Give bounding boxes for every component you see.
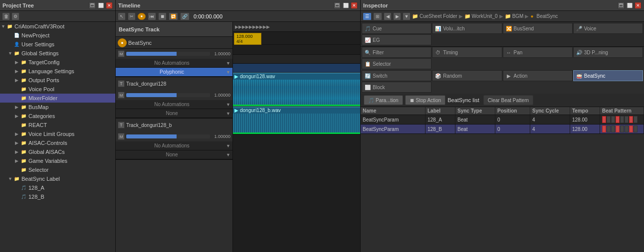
tree-item-outputports[interactable]: ▶ 📁 Output Ports xyxy=(0,76,115,85)
folder-icon-ls: 📁 xyxy=(20,68,27,75)
tree-item-gamevariables[interactable]: ▶ 📁 Game Variables xyxy=(0,156,115,165)
tab-eg-label: EG xyxy=(373,37,380,43)
beat-dot xyxy=(620,116,624,123)
close-icon[interactable]: ✕ xyxy=(106,2,113,9)
tl-maximize-icon[interactable]: ⬜ xyxy=(342,2,349,9)
tree-item-beatsynclabel[interactable]: ▼ 📁 BeatSync Label xyxy=(0,174,115,183)
volume-slider-128b[interactable] xyxy=(126,134,210,138)
tab-selector[interactable]: 📋 Selector xyxy=(362,58,431,69)
link-button[interactable]: 🔗 xyxy=(180,12,190,20)
inspector-list-view-button[interactable]: ☰ xyxy=(363,12,372,20)
tab-action[interactable]: ▶ Action xyxy=(503,70,573,81)
para-action-button[interactable]: 🎵 Para...tion xyxy=(364,95,403,105)
settings-button[interactable]: ⚙ xyxy=(11,12,19,20)
tree-item-globalaisacs[interactable]: ▶ 📁 Global AISACs xyxy=(0,147,115,156)
audio-waveform-row-a: ▶ donguri128.wav xyxy=(233,73,360,107)
rewind-button[interactable]: ⏮ xyxy=(148,12,156,20)
tab-random[interactable]: 🎲 Random xyxy=(432,70,502,81)
tree-item-selector[interactable]: 📁 Selector xyxy=(0,165,115,174)
volume-slider-128a[interactable] xyxy=(126,93,210,97)
cell-position-0: 0 xyxy=(495,115,530,124)
folder-icon-gs: 📁 xyxy=(13,50,20,57)
inspector-header: Inspector 🗔 ⬜ ✕ xyxy=(361,0,644,11)
tab-filter[interactable]: 🔍 Filter xyxy=(362,47,431,58)
insp-nav-forward-button[interactable]: ▶ xyxy=(393,12,401,20)
tree-item-busmap[interactable]: ▶ 📁 BusMap xyxy=(0,103,115,112)
tab-bussend[interactable]: 🔀 BusSend xyxy=(503,23,573,34)
tab-voice[interactable]: 🎤 Voice xyxy=(573,23,643,34)
beatsync-m-button[interactable]: M xyxy=(118,50,125,57)
tree-item-voicelimit[interactable]: ▶ 📁 Voice Limit Groups xyxy=(0,129,115,138)
maximize-icon[interactable]: ⬜ xyxy=(97,2,104,9)
tab-cue[interactable]: 🎵 Cue xyxy=(362,23,431,34)
audio-icon-128b: 🎵 xyxy=(20,193,27,200)
tab-timing[interactable]: ⏱ Timing xyxy=(432,47,502,58)
beatsync-volume-slider[interactable] xyxy=(126,52,210,56)
tab-beatsync[interactable]: 🥁 BeatSync xyxy=(573,70,643,81)
audio-label-a: ▶ donguri128.wav xyxy=(233,73,360,80)
tree-label-128b: 128_B xyxy=(28,194,44,200)
tab-eg[interactable]: 📈 EG xyxy=(362,34,431,45)
tab-switch[interactable]: 🔄 Switch xyxy=(362,70,431,81)
tree-arrow-root: ▼ xyxy=(1,24,6,29)
filter-tab-icon: 🔍 xyxy=(364,49,371,56)
tab-pan[interactable]: ↔ Pan xyxy=(503,47,573,58)
tree-item-aisaccontrols[interactable]: ▶ 📁 AISAC-Controls xyxy=(0,138,115,147)
tree-item-usersettings[interactable]: 👤 User Settings xyxy=(0,40,115,49)
polyphonic-row: Polyphonic ▼ xyxy=(116,68,232,77)
tab-block[interactable]: ⬜ Block xyxy=(362,82,431,93)
tree-item-voicepool[interactable]: 📁 Voice Pool xyxy=(0,85,115,94)
stop-button[interactable]: ⏹ xyxy=(158,12,167,20)
tl-minimize-icon[interactable]: 🗔 xyxy=(334,2,341,9)
tree-label-root: CriAtomCraftV3Root xyxy=(14,23,64,29)
loop-button[interactable]: 🔁 xyxy=(169,12,178,20)
tree-item-128a[interactable]: 🎵 128_A xyxy=(0,183,115,192)
tree-item-react[interactable]: 📁 REACT xyxy=(0,121,115,129)
insp-nav-dropdown-button[interactable]: ▼ xyxy=(403,12,411,20)
play-button[interactable]: ● xyxy=(138,13,146,20)
breadcrumb-folder-icon2: 📁 xyxy=(464,13,470,19)
edit-tool-button[interactable]: ✂ xyxy=(128,12,136,20)
inspector-grid-view-button[interactable]: ⊞ xyxy=(373,12,382,20)
folder-icon-vlg: 📁 xyxy=(20,130,27,137)
stop-action-button[interactable]: ⏹ Stop Action xyxy=(405,95,446,105)
beat-dot xyxy=(616,116,620,123)
insp-minimize-icon[interactable]: 🗔 xyxy=(618,2,625,9)
tree-item-newproject[interactable]: 📄 NewProject xyxy=(0,31,115,40)
user-icon: 👤 xyxy=(13,41,20,48)
none-row-128a: None ▼ xyxy=(116,109,232,118)
tab-random-label: Random xyxy=(443,73,462,79)
tree-label-tc: TargetConfig xyxy=(28,59,59,65)
m-button-128a[interactable]: M xyxy=(118,92,125,99)
tab-block-label: Block xyxy=(373,85,385,90)
tab-3dping[interactable]: 🔊 3D P...ning xyxy=(573,47,643,58)
tree-item-categories[interactable]: ▶ 📁 Categories xyxy=(0,112,115,121)
tree-item-root[interactable]: ▼ 📁 CriAtomCraftV3Root xyxy=(0,22,115,31)
m-button-128b[interactable]: M xyxy=(118,133,125,140)
insp-maximize-icon[interactable]: ⬜ xyxy=(626,2,633,9)
volume-value-128a: 1.00000 xyxy=(212,93,230,98)
beat-block-128a: 128.000 4/4 xyxy=(234,33,261,45)
audio-bar-a xyxy=(233,105,360,106)
table-row[interactable]: BeatSyncParam 128_A Beat 0 4 128.00 xyxy=(361,115,644,125)
tree-item-langset[interactable]: ▶ 📁 Language Settings xyxy=(0,67,115,76)
table-row[interactable]: BeatSyncParam 128_B Beat 0 4 128.00 xyxy=(361,125,644,134)
insp-nav-back-button[interactable]: ◀ xyxy=(384,12,392,20)
tree-item-128b[interactable]: 🎵 128_B xyxy=(0,192,115,201)
beat-dot xyxy=(634,126,638,132)
folder-icon-ga: 📁 xyxy=(20,148,27,155)
volume-value-128b: 1.00000 xyxy=(212,134,230,139)
clear-beat-pattern-button[interactable]: Clear Beat Pattern xyxy=(483,95,533,105)
delete-button[interactable]: 🗑 xyxy=(2,12,10,20)
minimize-icon[interactable]: 🗔 xyxy=(89,2,96,9)
tree-item-targetconfig[interactable]: ▶ 📁 TargetConfig xyxy=(0,58,115,67)
select-tool-button[interactable]: ↖ xyxy=(118,12,126,20)
tl-close-icon[interactable]: ✕ xyxy=(351,2,358,9)
insp-close-icon[interactable]: ✕ xyxy=(635,2,642,9)
tree-item-globalsettings[interactable]: ▼ 📁 Global Settings xyxy=(0,49,115,58)
beat-pattern-1 xyxy=(602,126,638,132)
tab-volpitch[interactable]: 📊 Volu...itch xyxy=(432,23,502,34)
tree-item-mixerfolder[interactable]: 📁 MixerFolder xyxy=(0,94,115,103)
vol-tab-icon: 📊 xyxy=(434,25,441,32)
track-name-128a: Track_donguri128 xyxy=(126,81,230,87)
